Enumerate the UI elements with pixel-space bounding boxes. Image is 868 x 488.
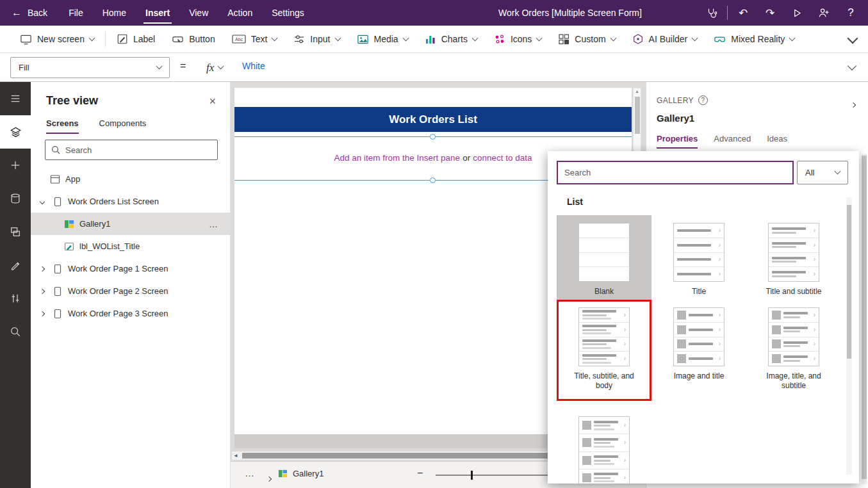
play-preview-button[interactable]	[783, 0, 810, 26]
layout-option-title-and-subtitle[interactable]: ›››› Title and subtitle	[746, 215, 841, 300]
ribbon-label[interactable]: Label	[108, 26, 163, 53]
label-control-icon	[64, 241, 74, 252]
horizontal-scroll-thumb[interactable]	[242, 453, 550, 459]
tree-item-app[interactable]: App	[31, 168, 230, 190]
layout-option-label: Title and subtitle	[756, 287, 831, 297]
app-checker-button[interactable]	[698, 0, 725, 26]
tab-screens[interactable]: Screens	[46, 118, 79, 134]
zoom-slider-handle[interactable]	[471, 471, 473, 480]
menu-file[interactable]: File	[59, 0, 93, 26]
chevron-right-icon[interactable]	[37, 312, 47, 316]
share-button[interactable]	[810, 0, 837, 26]
connect-to-data-link[interactable]: connect to data	[473, 153, 532, 163]
selection-handle[interactable]	[430, 134, 436, 140]
tree-item-gallery1[interactable]: Gallery1 …	[31, 213, 230, 235]
property-selector-value: Fill	[19, 63, 29, 72]
rail-data-button[interactable]	[0, 182, 31, 215]
rail-pen-tools-button[interactable]	[0, 248, 31, 282]
gallery-selection-top[interactable]	[234, 136, 632, 137]
selection-handle[interactable]	[430, 177, 436, 183]
scroll-left-arrow-icon[interactable]: ◄	[233, 453, 238, 459]
chevron-down-icon	[789, 35, 796, 41]
property-selector[interactable]: Fill	[10, 57, 170, 78]
zoom-slider[interactable]	[436, 475, 550, 476]
rail-menu-button[interactable]	[0, 82, 31, 115]
tab-properties[interactable]: Properties	[657, 134, 698, 149]
menu-home[interactable]: Home	[93, 0, 136, 26]
layout-option-blank[interactable]: Blank	[557, 215, 651, 300]
chevron-right-icon[interactable]	[37, 289, 47, 293]
status-more-icon[interactable]: …	[245, 468, 254, 478]
help-icon: ?	[848, 6, 853, 19]
layout-option-title-subtitle-body[interactable]: ›››› Title, subtitle, and body	[557, 300, 651, 401]
tab-advanced[interactable]: Advanced	[714, 134, 751, 149]
tree-item-work-order-page-1[interactable]: Work Order Page 1 Screen	[31, 257, 230, 280]
layout-option-image-and-title[interactable]: ›››› Image and title	[651, 300, 746, 401]
layout-search-input[interactable]	[564, 168, 786, 177]
tree-search-input[interactable]	[65, 145, 211, 155]
menu-insert[interactable]: Insert	[136, 0, 179, 26]
formula-expand-chevron-icon[interactable]	[848, 61, 856, 70]
ribbon-ai-builder[interactable]: AI Builder	[624, 26, 706, 53]
ribbon-expand-chevron-icon[interactable]	[848, 33, 858, 44]
tab-components[interactable]: Components	[99, 118, 147, 134]
layout-option-label: Title	[661, 287, 737, 297]
tree-item-work-orders-list-screen[interactable]: Work Orders List Screen	[31, 190, 230, 213]
scroll-up-arrow-icon[interactable]: ▲	[635, 89, 639, 94]
chevron-down-icon[interactable]	[37, 200, 47, 204]
properties-scroll-thumb[interactable]	[862, 156, 867, 479]
layout-option-image-title-subtitle[interactable]: ›››› Image, title, and subtitle	[746, 300, 841, 401]
zoom-out-icon[interactable]: −	[417, 468, 423, 479]
tree-item-work-order-page-2[interactable]: Work Order Page 2 Screen	[31, 280, 230, 302]
chevron-right-icon[interactable]	[37, 267, 47, 271]
tree-item-lbl-wolist-title[interactable]: lbl_WOList_Title	[31, 235, 230, 257]
undo-button[interactable]: ↶	[730, 0, 757, 26]
tab-ideas[interactable]: Ideas	[767, 134, 787, 149]
rail-media-button[interactable]	[0, 215, 31, 248]
ribbon-media[interactable]: Media	[348, 26, 416, 53]
tree-item-label: App	[65, 174, 80, 184]
rail-advanced-tools-button[interactable]	[0, 282, 31, 315]
vertical-scroll-thumb[interactable]	[635, 97, 640, 134]
properties-scrollbar[interactable]	[862, 154, 867, 484]
app-icon	[50, 174, 60, 184]
flyout-scrollbar[interactable]	[846, 197, 852, 475]
layout-filter-dropdown[interactable]: All	[797, 161, 848, 184]
menu-action[interactable]: Action	[218, 0, 262, 26]
fx-selector[interactable]: fx	[200, 57, 229, 78]
ribbon-button[interactable]: Button	[163, 26, 223, 53]
ribbon-charts[interactable]: Charts	[416, 26, 486, 53]
ribbon-item-label: Icons	[511, 34, 532, 44]
ribbon-input[interactable]: Input	[285, 26, 348, 53]
redo-button[interactable]: ↷	[757, 0, 783, 26]
more-options-icon[interactable]: …	[209, 219, 218, 229]
panel-collapse-chevron-icon[interactable]	[851, 98, 855, 110]
tree-item-label: lbl_WOList_Title	[79, 241, 140, 251]
search-icon	[10, 326, 21, 338]
screen-header-bar[interactable]: Work Orders List	[234, 107, 632, 132]
rail-tree-view-button[interactable]	[0, 115, 31, 149]
insert-pane-link[interactable]: Add an item from the Insert pane	[334, 153, 461, 163]
status-selected-control[interactable]: Gallery1	[278, 469, 323, 478]
layout-section-title: List	[567, 197, 583, 207]
ribbon-text[interactable]: Abc Text	[224, 26, 286, 53]
ribbon-custom[interactable]: Custom	[550, 26, 623, 53]
layout-option-title[interactable]: ›››› Title	[651, 215, 746, 300]
layout-option-partial[interactable]: ››››	[557, 401, 651, 484]
help-button[interactable]: ?	[837, 0, 864, 26]
ribbon-new-screen[interactable]: New screen	[12, 26, 102, 53]
back-button[interactable]: ← Back	[0, 0, 59, 26]
menu-view[interactable]: View	[179, 0, 218, 26]
ribbon-icons[interactable]: Icons	[486, 26, 550, 53]
menu-settings[interactable]: Settings	[262, 0, 314, 26]
close-icon[interactable]: ×	[205, 95, 220, 107]
tree-item-label: Gallery1	[79, 219, 110, 229]
formula-input[interactable]: White	[242, 61, 265, 71]
ribbon-mixed-reality[interactable]: Mixed Reality	[705, 26, 803, 53]
tree-item-work-order-page-3[interactable]: Work Order Page 3 Screen	[31, 302, 230, 325]
insert-plus-icon	[10, 159, 21, 171]
rail-insert-button[interactable]	[0, 149, 31, 182]
rail-search-button[interactable]	[0, 315, 31, 348]
flyout-scroll-thumb[interactable]	[847, 205, 851, 359]
help-circle-icon[interactable]: ?	[698, 95, 708, 105]
